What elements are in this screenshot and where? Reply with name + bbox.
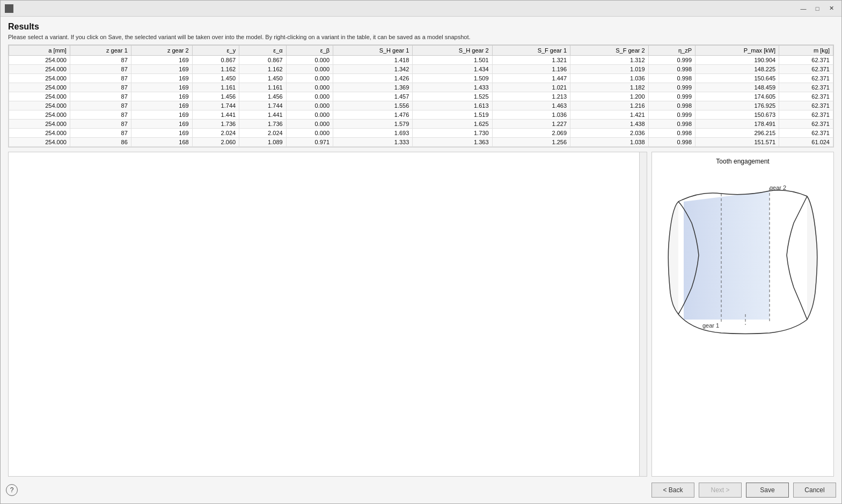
table-cell: 1.182 [570,83,649,92]
close-button[interactable]: ✕ [825,3,837,14]
table-cell: 1.456 [239,92,286,101]
table-row[interactable]: 254.000871691.1611.1610.0001.3691.4331.0… [9,83,833,92]
table-cell: 1.038 [570,138,649,147]
table-cell: 62.371 [779,83,833,92]
table-cell: 1.457 [333,92,413,101]
table-cell: 169 [131,83,192,92]
main-content: Results Please select a variant. If you … [1,17,841,477]
table-row[interactable]: 254.000871691.4561.4560.0001.4571.5251.2… [9,92,833,101]
table-cell: 254.000 [9,92,70,101]
svg-text:2.200: 2.200 [215,174,225,179]
parallel-coordinates: a[mm]254254z gear 190.00035.000z gear 21… [8,152,647,477]
table-cell: 1.213 [492,92,570,101]
table-cell: 254.000 [9,65,70,74]
table-header: S_F gear 1 [492,46,570,56]
table-cell: 1.625 [413,120,492,129]
table-cell: 0.000 [286,74,333,83]
back-button[interactable]: < Back [651,483,694,498]
table-cell: 1.463 [492,101,570,110]
table-cell: 1.342 [333,65,413,74]
table-header: P_max [kW] [695,46,779,56]
table-cell: 0.998 [648,74,695,83]
table-cell: 1.196 [492,65,570,74]
minimize-button[interactable]: — [797,3,809,14]
table-cell: 254.000 [9,56,70,65]
cancel-button[interactable]: Cancel [793,483,836,498]
footer-left: ? [6,484,18,496]
help-button[interactable]: ? [6,484,18,496]
table-cell: 1.216 [570,101,649,110]
table-row[interactable]: 254.000871691.4501.4500.0001.4261.5091.4… [9,74,833,83]
page-title: Results [8,22,834,32]
table-cell: 1.161 [239,83,286,92]
table-row[interactable]: 254.000871691.7441.7440.0001.5561.6131.4… [9,101,833,110]
main-window: — □ ✕ Results Please select a variant. I… [0,0,842,504]
svg-text:7.000: 7.000 [164,174,174,179]
table-cell: 0.867 [192,56,239,65]
table-cell: 86 [70,138,131,147]
table-row[interactable]: 254.000871691.4411.4410.0001.4761.5191.0… [9,110,833,120]
svg-text:65.000: 65.000 [614,174,626,179]
table-cell: 0.998 [648,101,695,110]
svg-text:1.900: 1.900 [364,174,375,179]
table-cell: 254.000 [9,110,70,120]
svg-text:1.000: 1.000 [465,463,475,468]
table-cell: 169 [131,110,192,120]
table-cell: 62.371 [779,110,833,120]
table-cell: 87 [70,110,131,120]
tooth-engagement-diagram: gear 1 gear 2 [662,169,823,341]
table-cell: 1.421 [570,110,649,120]
table-cell: 254.000 [9,101,70,110]
table-row[interactable]: 254.000871692.0242.0240.0001.6931.7302.0… [9,129,833,138]
table-cell: 254.000 [9,120,70,129]
table-cell: 0.999 [648,110,695,120]
table-cell: 1.021 [492,83,570,92]
table-row[interactable]: 254.000871691.1621.1620.0001.3421.4341.1… [9,65,833,74]
table-cell: 150.645 [695,74,779,83]
table-cell: 2.024 [239,129,286,138]
svg-text:5.000: 5.000 [465,174,475,179]
parallel-coords-svg: a[mm]254254z gear 190.00035.000z gear 21… [9,152,647,476]
table-cell: 1.363 [413,138,492,147]
table-cell: 1.200 [570,92,649,101]
table-cell: 1.613 [413,101,492,110]
table-cell: 2.036 [570,129,649,138]
titlebar: — □ ✕ [1,1,841,17]
svg-text:0.999: 0.999 [515,174,525,179]
table-cell: 1.418 [333,56,413,65]
table-cell: 1.450 [192,74,239,83]
table-cell: 296.215 [695,129,779,138]
svg-text:0.000: 0.000 [265,463,275,468]
save-button[interactable]: Save [746,483,789,498]
svg-text:70.000: 70.000 [113,463,126,468]
table-cell: 1.089 [239,138,286,147]
table-header: z gear 2 [131,46,192,56]
table-cell: 1.509 [413,74,492,83]
table-row[interactable]: 254.000871691.7361.7360.0001.5791.6251.2… [9,120,833,129]
table-cell: 1.476 [333,110,413,120]
svg-text:0.000: 0.000 [164,463,174,468]
table-cell: 62.371 [779,129,833,138]
table-cell: 62.371 [779,120,833,129]
table-cell: 2.069 [492,129,570,138]
table-cell: 1.744 [239,101,286,110]
table-cell: 254.000 [9,74,70,83]
scrollbar[interactable] [639,152,647,476]
table-cell: 148.459 [695,83,779,92]
results-table-container[interactable]: a [mm]z gear 1z gear 2ε_yε_αε_βS_H gear … [8,45,834,147]
table-header: S_H gear 2 [413,46,492,56]
table-row[interactable]: 254.000861682.0601.0890.9711.3331.3631.2… [9,138,833,147]
table-cell: 61.024 [779,138,833,147]
table-cell: 1.434 [413,65,492,74]
maximize-button[interactable]: □ [811,3,823,14]
table-cell: 1.525 [413,92,492,101]
table-cell: 0.999 [648,56,695,65]
table-cell: 1.736 [239,120,286,129]
table-cell: 169 [131,129,192,138]
table-cell: 1.321 [492,56,570,65]
table-row[interactable]: 254.000871690.8670.8670.0001.4181.5011.3… [9,56,833,65]
table-cell: 1.579 [333,120,413,129]
table-cell: 1.736 [192,120,239,129]
next-button[interactable]: Next > [699,483,742,498]
table-cell: 254.000 [9,83,70,92]
